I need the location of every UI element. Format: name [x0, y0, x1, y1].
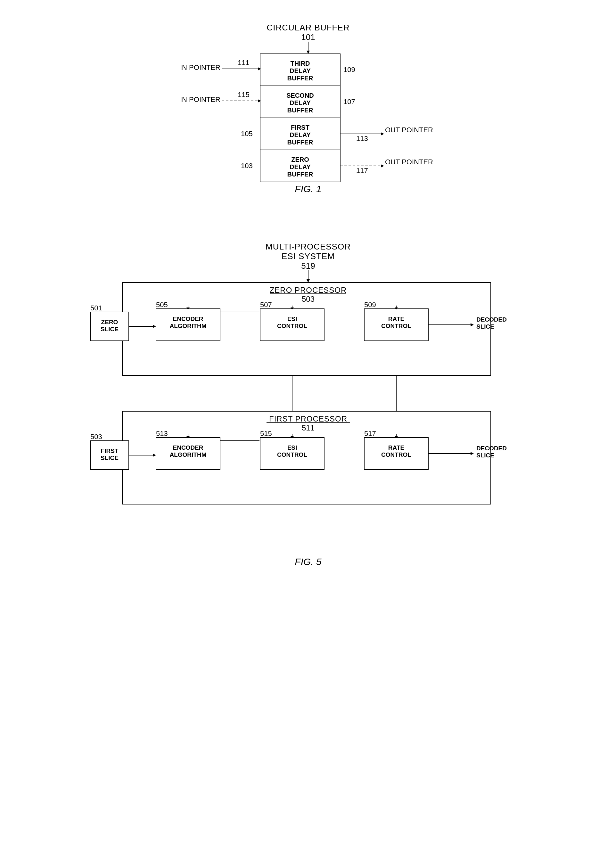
svg-marker-1: [306, 51, 310, 54]
fig1-caption: FIG. 1: [295, 184, 321, 194]
first-rate-line2: CONTROL: [381, 451, 411, 458]
zero-slice-line2: SLICE: [101, 326, 119, 332]
zero-processor-title: ZERO PROCESSOR: [269, 286, 347, 295]
buffer-cell-first-line3: BUFFER: [287, 139, 313, 146]
first-slice-number: 503: [90, 433, 102, 441]
fig5-section: MULTI-PROCESSOR ESI SYSTEM 519 ZERO PROC…: [84, 238, 532, 576]
buffer-cell-first-line2: DELAY: [290, 131, 311, 138]
zero-rate-line2: CONTROL: [381, 323, 411, 329]
first-esi-number: 515: [260, 429, 272, 438]
zero-decoded-line1: DECODED: [476, 316, 507, 323]
buffer-cell-second-line1: SECOND: [286, 92, 314, 99]
zero-encoder-line1: ENCODER: [173, 316, 203, 322]
fig1-svg: CIRCULAR BUFFER 101 THIRD DELAY BUFFER 1…: [164, 19, 452, 199]
zero-slice-number: 501: [90, 304, 102, 312]
buffer-cell-third-line1: THIRD: [290, 60, 310, 67]
buffer-cell-zero-line2: DELAY: [290, 163, 311, 171]
buffer-cell-first-line1: FIRST: [291, 124, 310, 131]
buffer-cell-zero-line3: BUFFER: [287, 171, 313, 178]
first-processor-title: FIRST PROCESSOR: [269, 414, 347, 423]
in-pointer-dashed-label: IN POINTER: [180, 95, 220, 103]
buffer-cell-third-line2: DELAY: [290, 67, 311, 74]
svg-marker-13: [381, 164, 384, 168]
fig1-section: CIRCULAR BUFFER 101 THIRD DELAY BUFFER 1…: [164, 19, 452, 200]
buffer-cell-second-line3: BUFFER: [287, 107, 313, 114]
in-pointer-solid-number: 111: [238, 59, 249, 66]
buffer-cell-third-line3: BUFFER: [287, 75, 313, 82]
zero-encoder-line2: ALGORITHM: [169, 323, 206, 329]
fig5-title-line2: ESI SYSTEM: [281, 251, 334, 261]
fig1-title: CIRCULAR BUFFER: [267, 23, 349, 32]
first-esi-line2: CONTROL: [277, 451, 307, 458]
buffer-number-109: 109: [343, 66, 355, 74]
first-esi-line1: ESI: [287, 444, 297, 451]
svg-marker-11: [381, 132, 384, 136]
zero-rate-number: 509: [364, 301, 376, 309]
zero-esi-line2: CONTROL: [277, 323, 307, 329]
first-rate-line1: RATE: [388, 444, 404, 451]
fig5-wrapper: MULTI-PROCESSOR ESI SYSTEM 519 ZERO PROC…: [84, 238, 532, 576]
first-slice-line1: FIRST: [101, 447, 118, 454]
zero-esi-number: 507: [260, 301, 272, 309]
buffer-cell-zero-line1: ZERO: [291, 156, 309, 163]
out-pointer-solid-label: OUT POINTER: [385, 126, 433, 134]
first-slice-line2: SLICE: [101, 455, 119, 461]
fig1-title-number: 101: [301, 32, 315, 42]
out-pointer-dashed-label: OUT POINTER: [385, 158, 433, 166]
in-pointer-solid-label: IN POINTER: [180, 63, 220, 71]
fig1-wrapper: CIRCULAR BUFFER 101 THIRD DELAY BUFFER 1…: [164, 19, 452, 200]
fig5-caption: FIG. 5: [295, 556, 322, 567]
first-encoder-line2: ALGORITHM: [169, 451, 206, 458]
in-pointer-dashed-number: 115: [238, 91, 249, 99]
out-pointer-solid-number: 113: [356, 134, 368, 142]
first-decoded-line1: DECODED: [476, 445, 507, 452]
zero-decoded-line2: SLICE: [476, 323, 494, 330]
zero-encoder-number: 505: [156, 301, 168, 309]
buffer-number-105: 105: [241, 130, 253, 138]
fig5-title-line1: MULTI-PROCESSOR: [266, 242, 351, 251]
buffer-number-107: 107: [343, 98, 355, 106]
fig5-svg: MULTI-PROCESSOR ESI SYSTEM 519 ZERO PROC…: [84, 238, 532, 575]
zero-slice-line1: ZERO: [101, 319, 118, 325]
svg-marker-15: [306, 279, 310, 282]
buffer-number-103: 103: [241, 162, 253, 170]
first-decoded-line2: SLICE: [476, 452, 494, 459]
buffer-cell-second-line2: DELAY: [290, 99, 311, 106]
first-processor-number: 511: [302, 423, 314, 432]
fig5-title-number: 519: [301, 261, 315, 270]
first-encoder-number: 513: [156, 429, 168, 438]
first-encoder-line1: ENCODER: [173, 444, 203, 451]
first-rate-number: 517: [364, 429, 376, 438]
page: CIRCULAR BUFFER 101 THIRD DELAY BUFFER 1…: [0, 0, 616, 852]
zero-rate-line1: RATE: [388, 316, 404, 322]
zero-esi-line1: ESI: [287, 316, 297, 322]
out-pointer-dashed-number: 117: [356, 166, 368, 175]
zero-processor-number: 503: [302, 295, 314, 303]
